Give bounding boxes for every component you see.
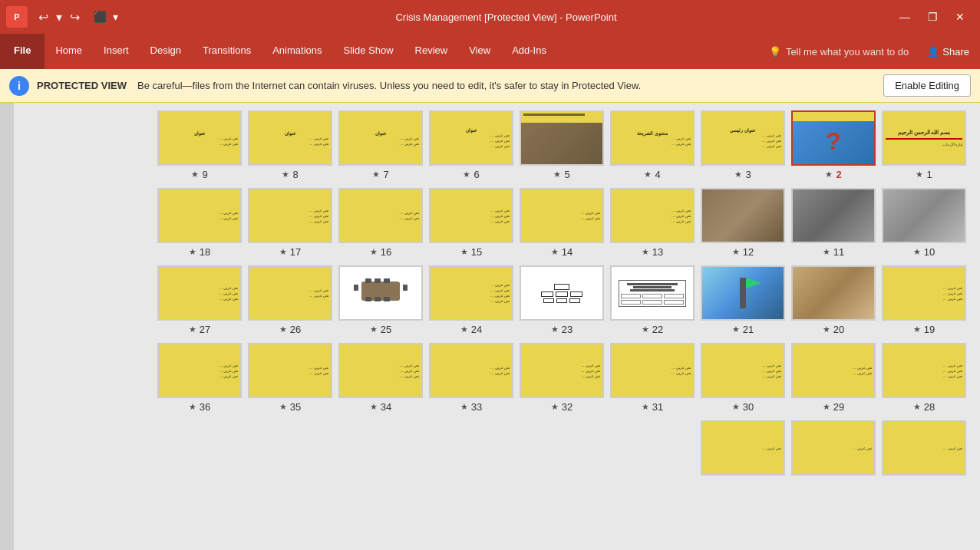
minimize-button[interactable]: — xyxy=(891,5,919,28)
slide-number-18: 18 xyxy=(200,246,210,258)
slide-item-30[interactable]: نص عربي ... نص عربي ... نص عربي ... ★ 30 xyxy=(701,343,785,413)
slide-item-10[interactable]: ★ 10 xyxy=(882,188,966,258)
app-icon: P xyxy=(6,6,28,28)
share-button[interactable]: 👤 Share xyxy=(916,34,980,69)
tab-review[interactable]: Review xyxy=(404,34,459,69)
slide-number-24: 24 xyxy=(471,324,482,335)
slide-meta-34: ★ 34 xyxy=(370,401,391,413)
slide-thumb-22 xyxy=(610,265,695,321)
slide-item-36[interactable]: نص عربي ... نص عربي ... نص عربي ... ★ 36 xyxy=(157,343,242,413)
slide-item-2[interactable]: ? ★ 2 xyxy=(791,110,876,180)
slide-thumb-24: نص عربي ... نص عربي ... نص عربي ... نص ع… xyxy=(429,265,513,321)
slide-item-8[interactable]: عنوان نص عربي ... نص عربي ... ★ 8 xyxy=(248,110,332,180)
slide-item-33[interactable]: نص عربي ... نص عربي ... ★ 33 xyxy=(429,343,513,413)
redo-button[interactable]: ↪ xyxy=(67,8,83,26)
tab-home[interactable]: Home xyxy=(45,34,93,69)
slide-meta-26: ★ 26 xyxy=(279,324,301,335)
star-icon-35: ★ xyxy=(279,402,287,412)
star-icon-22: ★ xyxy=(642,324,649,334)
search-bulb-icon: 💡 xyxy=(769,46,781,58)
star-icon-34: ★ xyxy=(370,402,378,412)
slide-item-26[interactable]: نص عربي ... نص عربي ... ★ 26 xyxy=(248,265,332,335)
slide-item-20[interactable]: ★ 20 xyxy=(791,265,876,335)
slide-item-22[interactable]: ★ 22 xyxy=(610,265,695,335)
slide-item-34[interactable]: نص عربي ... نص عربي ... نص عربي ... ★ 34 xyxy=(338,343,423,413)
quick-access-dropdown[interactable]: ▾ xyxy=(110,9,121,25)
slide-item-11[interactable]: ★ 11 xyxy=(791,188,876,258)
main-area: بسم الله الرحمن الرحيم إدارة الأزمات ★ 1 xyxy=(0,103,980,550)
slide-item-23[interactable]: ★ 23 xyxy=(520,265,604,335)
slide-meta-20: ★ 20 xyxy=(823,324,844,335)
slide-item-partial-2[interactable]: نص عربي ... xyxy=(791,420,876,476)
slide-item-13[interactable]: نص عربي ... نص عربي ... نص عربي ... ★ 13 xyxy=(610,188,695,258)
slide-item-5[interactable]: ★ 5 xyxy=(520,110,604,180)
slide-item-1[interactable]: بسم الله الرحمن الرحيم إدارة الأزمات ★ 1 xyxy=(882,110,966,180)
slide-thumb-25 xyxy=(338,265,423,321)
slide-number-2: 2 xyxy=(836,169,841,180)
restore-button[interactable]: ❐ xyxy=(919,5,946,28)
slide-meta-8: ★ 8 xyxy=(282,169,298,180)
slide-item-25[interactable]: ★ 25 xyxy=(338,265,423,335)
tab-insert[interactable]: Insert xyxy=(93,34,140,69)
tab-file[interactable]: File xyxy=(0,34,45,69)
slide-meta-27: ★ 27 xyxy=(189,324,210,335)
slide-item-31[interactable]: نص عربي ... نص عربي ... ★ 31 xyxy=(610,343,695,413)
ribbon-search[interactable]: 💡 Tell me what you want to do xyxy=(761,34,916,69)
slide-item-3[interactable]: عنوان رئيسي نص عربي ... نص عربي ... نص ع… xyxy=(701,110,785,180)
tab-design[interactable]: Design xyxy=(140,34,192,69)
slide-item-16[interactable]: نص عربي ... نص عربي ... ★ 16 xyxy=(338,188,423,258)
undo-dropdown[interactable]: ▾ xyxy=(53,8,65,26)
slide-item-15[interactable]: نص عربي ... نص عربي ... نص عربي ... ★ 15 xyxy=(429,188,513,258)
slide-item-partial-3[interactable]: نص عربي ... xyxy=(701,420,785,476)
slides-area[interactable]: بسم الله الرحمن الرحيم إدارة الأزمات ★ 1 xyxy=(14,103,980,550)
star-icon-13: ★ xyxy=(642,247,649,257)
slide-item-4[interactable]: محتوى الشريحة نص عربي ... نص عربي ... ★ … xyxy=(610,110,695,180)
slide-item-14[interactable]: نص عربي ... نص عربي ... ★ 14 xyxy=(520,188,604,258)
slide-item-18[interactable]: نص عربي ... نص عربي ... ★ 18 xyxy=(157,188,242,258)
slide-number-33: 33 xyxy=(471,401,482,413)
slide-thumb-34: نص عربي ... نص عربي ... نص عربي ... xyxy=(338,343,423,398)
slide-item-partial-1[interactable]: نص عربي ... xyxy=(882,420,966,476)
slide-number-15: 15 xyxy=(471,246,482,258)
slide-thumb-17: نص عربي ... نص عربي ... نص عربي ... xyxy=(248,188,332,243)
slide-item-32[interactable]: نص عربي ... نص عربي ... نص عربي ... ★ 32 xyxy=(520,343,604,413)
slide-meta-29: ★ 29 xyxy=(823,401,844,413)
slide-thumb-partial-1: نص عربي ... xyxy=(882,420,966,476)
tab-view[interactable]: View xyxy=(458,34,501,69)
slide-item-17[interactable]: نص عربي ... نص عربي ... نص عربي ... ★ 17 xyxy=(248,188,332,258)
star-icon-14: ★ xyxy=(551,247,559,257)
slide-number-32: 32 xyxy=(562,401,572,413)
slide-number-22: 22 xyxy=(652,324,663,335)
slide-item-19[interactable]: نص عربي ... نص عربي ... نص عربي ... ★ 19 xyxy=(882,265,966,335)
slide-item-7[interactable]: عنوان نص عربي ... نص عربي ... ★ 7 xyxy=(338,110,423,180)
slide-thumb-14: نص عربي ... نص عربي ... xyxy=(520,188,604,243)
slide-item-35[interactable]: نص عربي ... نص عربي ... ★ 35 xyxy=(248,343,332,413)
slide-item-29[interactable]: نص عربي ... نص عربي ... ★ 29 xyxy=(791,343,876,413)
star-icon-1: ★ xyxy=(916,170,923,179)
slide-item-28[interactable]: نص عربي ... نص عربي ... نص عربي ... ★ 28 xyxy=(882,343,966,413)
slide-thumb-18: نص عربي ... نص عربي ... xyxy=(157,188,242,243)
slide-item-24[interactable]: نص عربي ... نص عربي ... نص عربي ... نص ع… xyxy=(429,265,513,335)
slide-item-21[interactable]: ★ 21 xyxy=(701,265,785,335)
tab-transitions[interactable]: Transitions xyxy=(192,34,262,69)
slide-thumb-23 xyxy=(520,265,604,321)
slide-item-27[interactable]: نص عربي ... نص عربي ... نص عربي ... ★ 27 xyxy=(157,265,242,335)
star-icon-20: ★ xyxy=(823,324,830,334)
tab-addins[interactable]: Add-Ins xyxy=(501,34,557,69)
slide-meta-13: ★ 13 xyxy=(642,246,663,258)
tab-slideshow[interactable]: Slide Show xyxy=(333,34,404,69)
slide-thumb-29: نص عربي ... نص عربي ... xyxy=(791,343,876,398)
slide-item-9[interactable]: عنوان نص عربي ... نص عربي ... ★ 9 xyxy=(157,110,242,180)
tab-animations[interactable]: Animations xyxy=(262,34,332,69)
slide-meta-10: ★ 10 xyxy=(913,246,935,258)
close-button[interactable]: ✕ xyxy=(946,5,974,28)
undo-button[interactable]: ↩ xyxy=(35,8,51,26)
slide-item-6[interactable]: عنوان نص عربي ... نص عربي ... نص عربي ..… xyxy=(429,110,513,180)
star-icon-19: ★ xyxy=(913,324,921,334)
enable-editing-button[interactable]: Enable Editing xyxy=(883,74,971,97)
slide-number-3: 3 xyxy=(745,169,751,180)
slide-number-17: 17 xyxy=(290,246,301,258)
slide-number-12: 12 xyxy=(743,246,754,258)
slide-item-12[interactable]: ★ 12 xyxy=(701,188,785,258)
presentation-button[interactable]: ⬛ xyxy=(91,9,110,25)
